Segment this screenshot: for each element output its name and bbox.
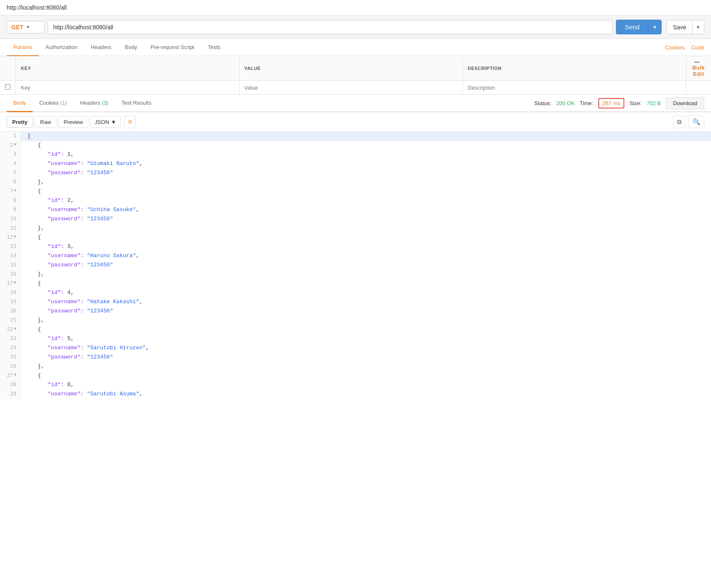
format-preview-button[interactable]: Preview [58,116,88,128]
code-line: 3"id": 1, [0,150,711,160]
line-number: 15 [0,261,21,270]
code-link[interactable]: Code [691,39,704,56]
params-checkbox[interactable] [0,81,16,95]
code-area: 1[2▼{3"id": 1,4"username": "Uzumaki Naru… [0,132,711,399]
tabs-right-links: Cookies Code [665,39,704,56]
collapse-arrow-icon[interactable]: ▼ [14,281,16,285]
params-value-input[interactable] [245,85,458,91]
line-number: 13 [0,242,21,252]
line-number: 29 [0,390,21,399]
collapse-arrow-icon[interactable]: ▼ [14,373,16,377]
save-button[interactable]: Save [667,21,693,34]
line-number: 25 [0,353,21,362]
tab-tests[interactable]: Tests [201,39,227,56]
line-number: 9 [0,206,21,215]
code-line: 28"id": 6, [0,381,711,390]
params-value-cell[interactable] [239,81,463,95]
code-line: 7▼{ [0,187,711,196]
code-content: { [21,279,44,289]
size-label: Size: [629,100,641,106]
search-button[interactable]: 🔍 [689,116,704,128]
line-number: 14 [0,252,21,261]
line-number: 7▼ [0,187,21,196]
time-label: Time: [580,100,593,106]
code-content: "username": "Uzumaki Naruto", [21,160,146,169]
response-tab-test-results-label: Test Results [121,100,151,106]
tab-authorization[interactable]: Authorization [39,39,84,56]
url-input[interactable] [48,20,613,34]
code-content: { [21,141,44,150]
line-number: 12▼ [0,233,21,242]
line-number: 23 [0,335,21,344]
send-dropdown-arrow[interactable]: ▼ [648,20,661,34]
collapse-arrow-icon[interactable]: ▼ [14,235,16,239]
code-line: 16}, [0,270,711,279]
request-bar: GET ▼ Send ▼ Save ▼ [0,15,711,39]
line-number: 3 [0,150,21,160]
code-line: 11}, [0,224,711,233]
code-line: 12▼{ [0,233,711,242]
tab-params[interactable]: Params [7,39,39,56]
params-key-input[interactable] [21,85,234,91]
code-content: "id": 2, [21,196,77,206]
save-dropdown-arrow[interactable]: ▼ [693,21,704,34]
collapse-arrow-icon[interactable]: ▼ [14,188,16,193]
code-content: "username": "Uchiha Sasuke", [21,206,142,215]
line-number: 6 [0,178,21,187]
format-bar: Pretty Raw Preview JSON ▼ ≡ ⧉ 🔍 [0,112,711,132]
response-tab-body[interactable]: Body [7,95,33,112]
code-line: 14"username": "Haruno Sakura", [0,252,711,261]
send-button[interactable]: Send [616,20,648,34]
code-content: "username": "Sarutobi Hiruzen", [21,344,152,353]
line-number: 5 [0,169,21,178]
code-content: "username": "Sarutobi Asuma", [21,390,146,399]
params-check-col-header [0,56,16,81]
params-table: KEY VALUE DESCRIPTION ••• Bulk Edit [0,56,711,95]
more-options-icon[interactable]: ••• [694,59,700,64]
format-raw-button[interactable]: Raw [35,116,57,128]
params-desc-input[interactable] [468,85,681,91]
code-content: }, [21,316,48,325]
code-line: 20"password": "123456" [0,307,711,316]
code-content: "username": "Haruno Sakura", [21,252,142,261]
code-content: }, [21,270,48,279]
response-tab-headers[interactable]: Headers (3) [73,95,115,112]
line-number: 1 [0,132,21,141]
code-content: "username": "Hatake Kakashi", [21,298,146,307]
params-key-cell[interactable] [16,81,240,95]
code-line: 5"password": "123456" [0,169,711,178]
code-line: 29"username": "Sarutobi Asuma", [0,390,711,399]
tab-body[interactable]: Body [118,39,144,56]
code-line: 22▼{ [0,325,711,335]
response-tab-test-results[interactable]: Test Results [115,95,158,112]
bulk-edit-link[interactable]: Bulk Edit [692,64,705,77]
code-content: "id": 4, [21,289,77,298]
code-content: "id": 5, [21,335,77,344]
wrap-button[interactable]: ≡ [124,116,136,128]
line-number: 2▼ [0,141,21,150]
download-button[interactable]: Download [666,97,704,109]
tab-pre-request-script[interactable]: Pre-request Script [144,39,201,56]
format-pretty-button[interactable]: Pretty [7,116,33,128]
line-number: 17▼ [0,279,21,289]
params-row-empty [0,81,711,95]
cookies-link[interactable]: Cookies [665,39,685,56]
params-actions-col-header: ••• Bulk Edit [686,56,711,81]
response-tab-cookies[interactable]: Cookies (1) [33,95,73,112]
line-number: 16 [0,270,21,279]
response-tab-cookies-label: Cookies [39,100,59,106]
json-format-label: JSON [95,119,109,125]
collapse-arrow-icon[interactable]: ▼ [14,327,16,331]
method-selector[interactable]: GET ▼ [7,21,44,34]
line-number: 24 [0,344,21,353]
code-line: 26}, [0,362,711,371]
copy-button[interactable]: ⧉ [673,116,685,128]
params-desc-cell[interactable] [463,81,686,95]
json-format-selector[interactable]: JSON ▼ [90,116,121,128]
params-row-checkbox[interactable] [5,84,10,90]
tab-headers[interactable]: Headers [84,39,118,56]
code-content: "password": "123456" [21,353,116,362]
response-meta: Status: 200 OK Time: 267 ms Size: 702 B … [534,97,704,109]
collapse-arrow-icon[interactable]: ▼ [14,142,16,147]
line-number: 28 [0,381,21,390]
